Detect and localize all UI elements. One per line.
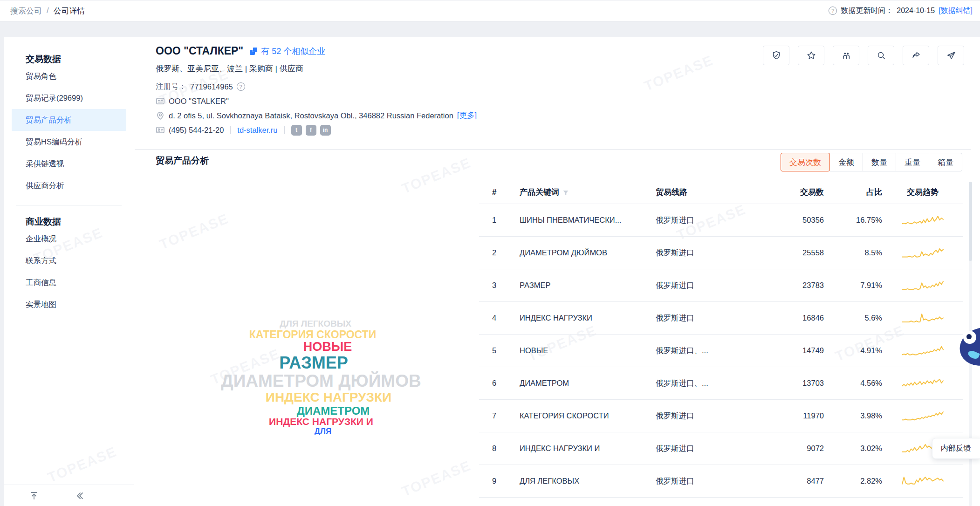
row-count: 8477 [740, 477, 824, 485]
breadcrumb-company-detail: 公司详情 [54, 6, 85, 16]
address-more-link[interactable]: [更多] [457, 110, 477, 121]
row-count: 25558 [740, 248, 824, 257]
breadcrumb: 搜索公司 / 公司详情 [10, 6, 85, 16]
location-pin-icon [156, 111, 165, 120]
wordcloud-word[interactable]: ДИАМЕТРОМ [231, 405, 436, 417]
trend-sparkline [901, 410, 944, 422]
company-website-link[interactable]: td-stalker.ru [237, 126, 277, 135]
filter-funnel-icon[interactable] [562, 189, 569, 196]
risk-shield-button[interactable] [763, 46, 789, 65]
id-card-icon [156, 96, 165, 106]
update-time-label: 数据更新时间： [841, 6, 893, 16]
sidebar-item-contact-info[interactable]: 联系方式 [4, 250, 134, 272]
registration-number: 7719614965 [190, 82, 233, 91]
wordcloud-word[interactable]: ИНДЕКС НАГРУЗКИ И [219, 417, 424, 427]
registration-help-icon[interactable] [237, 82, 245, 91]
wordcloud-word[interactable]: КАТЕГОРИЯ СКОРОСТИ [210, 329, 415, 341]
sidebar-item-street-view-map[interactable]: 实景地图 [4, 294, 134, 315]
row-route: 俄罗斯进口 [642, 476, 740, 486]
data-correction-link[interactable]: [数据纠错] [939, 6, 973, 16]
table-row[interactable]: 1 ШИНЫ ПНЕВМАТИЧЕСКИ... 俄罗斯进口 50356 16.7… [479, 204, 963, 237]
row-count: 11970 [740, 411, 824, 420]
table-row[interactable]: 8 ИНДЕКС НАГРУЗКИ И 俄罗斯进口 9072 3.02% [479, 432, 963, 465]
back-to-top-icon[interactable] [29, 491, 39, 501]
update-help-icon[interactable] [829, 7, 837, 15]
share-button[interactable] [903, 46, 929, 65]
table-row[interactable]: 2 ДИАМЕТРОМ ДЮЙМОВ 俄罗斯进口 25558 8.5% [479, 237, 963, 269]
sidebar-item-trade-hs-analysis[interactable]: 贸易HS编码分析 [4, 131, 134, 153]
trade-product-table: # 产品关键词 贸易线路 交易数 占比 交易趋势 1 ШИНЫ ПНЕВМАТИ… [479, 181, 963, 498]
similar-companies-icon [250, 47, 258, 55]
col-header-route: 贸易线路 [642, 187, 740, 198]
linkedin-icon[interactable]: in [320, 125, 331, 136]
table-row[interactable]: 9 ДЛЯ ЛЕГКОВЫХ 俄罗斯进口 8477 2.82% [479, 465, 963, 498]
table-row[interactable]: 4 ИНДЕКС НАГРУЗКИ 俄罗斯进口 16846 5.6% [479, 302, 963, 335]
breadcrumb-search-company[interactable]: 搜索公司 [10, 6, 42, 16]
row-share: 4.56% [824, 379, 882, 388]
row-route: 俄罗斯进口 [642, 444, 740, 454]
section-title: 贸易产品分析 [156, 155, 209, 167]
favorite-star-button[interactable] [798, 46, 824, 65]
row-keyword: КАТЕГОРИЯ СКОРОСТИ [506, 411, 642, 420]
trend-sparkline [901, 345, 944, 357]
row-count: 16846 [740, 314, 824, 322]
divider [284, 126, 285, 134]
sidebar-divider [16, 205, 122, 205]
wordcloud-word[interactable]: ДЛЯ ЛЕГКОВЫХ [213, 319, 418, 329]
main-content: OOO "СТАЛКЕР" 有 52 个相似企业 俄罗斯、亚美尼亚、波兰 | 采… [135, 37, 980, 506]
table-row[interactable]: 6 ДИАМЕТРОМ 俄罗斯进口、... 13703 4.56% [479, 367, 963, 400]
row-keyword: РАЗМЕР [506, 281, 642, 290]
trend-sparkline [901, 280, 944, 292]
toggle-amount[interactable]: 金额 [829, 153, 863, 171]
twitter-icon[interactable]: t [291, 125, 302, 136]
sidebar: 交易数据 贸易角色 贸易记录(29699) 贸易产品分析 贸易HS编码分析 采供… [4, 37, 134, 506]
contacts-people-button[interactable] [833, 46, 859, 65]
toggle-quantity[interactable]: 数量 [863, 153, 896, 171]
sidebar-item-trade-role[interactable]: 贸易角色 [4, 65, 134, 87]
table-row[interactable]: 7 КАТЕГОРИЯ СКОРОСТИ 俄罗斯进口 11970 3.98% [479, 400, 963, 432]
internal-feedback-button[interactable]: 内部反馈 [932, 438, 980, 459]
sidebar-item-trade-records[interactable]: 贸易记录(29699) [4, 87, 134, 109]
row-index: 4 [479, 314, 506, 322]
toggle-box-count[interactable]: 箱量 [929, 153, 962, 171]
sidebar-item-company-profile[interactable]: 企业概况 [4, 228, 134, 250]
row-route: 俄罗斯进口 [642, 215, 740, 226]
sidebar-item-supply-chain[interactable]: 采供链透视 [4, 153, 134, 175]
wordcloud-word[interactable]: ИНДЕКС НАГРУЗКИ [226, 390, 431, 404]
row-route: 俄罗斯进口 [642, 411, 740, 421]
row-index: 7 [479, 411, 506, 420]
row-index: 3 [479, 281, 506, 290]
collapse-sidebar-icon[interactable] [75, 491, 85, 501]
row-count: 9072 [740, 444, 824, 453]
facebook-icon[interactable]: f [306, 125, 316, 136]
product-word-cloud: ДЛЯ ЛЕГКОВЫХКАТЕГОРИЯ СКОРОСТИНОВЫЕРАЗМЕ… [219, 319, 424, 436]
row-index: 1 [479, 216, 506, 225]
col-header-keyword: 产品关键词 [506, 187, 642, 198]
wordcloud-word[interactable]: НОВЫЕ [225, 340, 430, 354]
sidebar-item-trade-product-analysis[interactable]: 贸易产品分析 [12, 109, 126, 131]
search-button[interactable] [868, 46, 894, 65]
wordcloud-word[interactable]: ДЛЯ [220, 427, 425, 436]
wordcloud-word[interactable]: РАЗМЕР [211, 354, 416, 372]
send-button[interactable] [938, 46, 964, 65]
similar-companies-link[interactable]: 有 52 个相似企业 [250, 46, 325, 57]
sidebar-item-supplier-analysis[interactable]: 供应商分析 [4, 175, 134, 197]
row-keyword: ДИАМЕТРОМ ДЮЙМОВ [506, 248, 642, 257]
similar-companies-label[interactable]: 有 52 个相似企业 [261, 46, 325, 57]
sidebar-item-registration-info[interactable]: 工商信息 [4, 272, 134, 294]
topbar: 搜索公司 / 公司详情 数据更新时间： 2024-10-15 [数据纠错] [0, 0, 980, 21]
mascot[interactable] [957, 325, 980, 368]
table-header-row: # 产品关键词 贸易线路 交易数 占比 交易趋势 [479, 181, 963, 204]
trend-sparkline [901, 377, 944, 390]
row-share: 16.75% [824, 216, 882, 225]
row-keyword: ДЛЯ ЛЕГКОВЫХ [506, 477, 642, 485]
table-row[interactable]: 3 РАЗМЕР 俄罗斯进口 23783 7.91% [479, 269, 963, 302]
table-row[interactable]: 5 НОВЫЕ 俄罗斯进口、... 14749 4.91% [479, 335, 963, 367]
wordcloud-word[interactable]: ДИАМЕТРОМ ДЮЙМОВ [219, 372, 424, 390]
company-address: d. 2 ofis 5, ul. Sovkhoznaya Bataisk, Ro… [169, 111, 453, 120]
breadcrumb-separator: / [47, 6, 49, 15]
toggle-transaction-count[interactable]: 交易次数 [781, 153, 830, 171]
col-header-share: 占比 [824, 187, 882, 198]
row-route: 俄罗斯进口、... [642, 378, 740, 389]
toggle-weight[interactable]: 重量 [896, 153, 929, 171]
